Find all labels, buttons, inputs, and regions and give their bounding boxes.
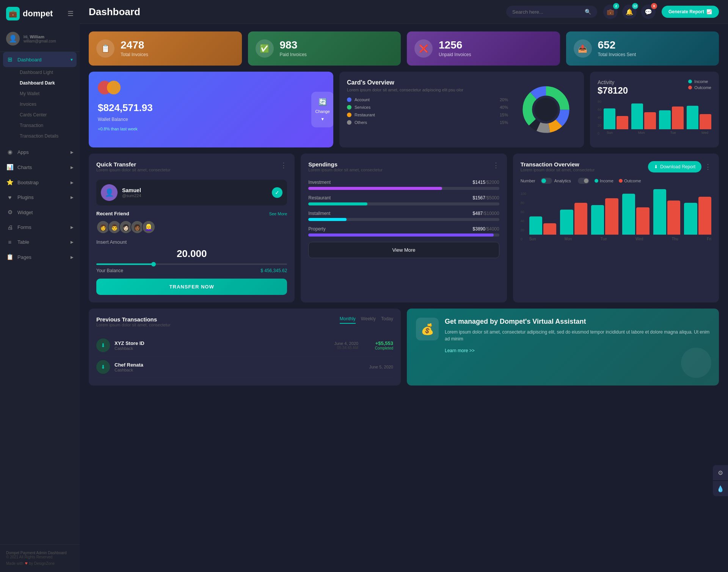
- total-sent-info: 652 Total Invoices Sent: [598, 40, 636, 57]
- legend-restaurant: Restaurant 15%: [347, 113, 508, 117]
- outcome-legend: Outcome: [688, 85, 711, 90]
- widget-icon: ⚙: [6, 209, 14, 216]
- analytics-toggle-2[interactable]: [578, 178, 589, 184]
- tab-today[interactable]: Today: [381, 316, 393, 324]
- sidebar: 💼 dompet ☰ 👤 Hi, William william@gmail.c…: [0, 0, 80, 572]
- search-input[interactable]: [512, 9, 582, 15]
- wallet-logo: [98, 81, 324, 94]
- insert-amount-label: Insert Amount: [96, 239, 287, 245]
- bar-group-mon: [631, 103, 656, 129]
- amount-slider[interactable]: [96, 263, 287, 265]
- transfer-user-name: Samuel: [122, 187, 141, 193]
- tx-bars: [529, 189, 711, 235]
- gear-icon: ⚙: [718, 469, 723, 476]
- sidebar-item-pages[interactable]: 📋 Pages ▶: [0, 249, 80, 265]
- see-more-link[interactable]: See More: [269, 212, 287, 216]
- settings-side-button[interactable]: ⚙: [713, 465, 728, 480]
- user-info: Hi, William william@gmail.com: [24, 34, 56, 43]
- tab-weekly[interactable]: Weekly: [361, 316, 376, 324]
- chart-icon: 📈: [706, 9, 712, 14]
- submenu-item-cards[interactable]: Cards Center: [14, 110, 80, 120]
- sidebar-item-widget[interactable]: ⚙ Widget: [0, 205, 80, 220]
- theme-side-button[interactable]: 💧: [713, 481, 728, 496]
- tx-legend: Number Analytics Income: [521, 178, 711, 184]
- sidebar-item-table[interactable]: ≡ Table ▶: [0, 235, 80, 249]
- transfer-now-button[interactable]: TRANSFER NOW: [96, 279, 287, 295]
- tx-bar-tue: [591, 198, 618, 235]
- submenu-item-dark[interactable]: Dashboard Dark: [14, 78, 80, 88]
- activity-card: Activity $78120 Income Outcome: [590, 72, 719, 147]
- tx-bar-fri: [684, 197, 711, 235]
- table-row: ⬇ Chef Renata Cashback June 5, 2020: [96, 356, 393, 378]
- y-axis: 0 20 40 60 80: [598, 99, 601, 135]
- sidebar-item-bootstrap[interactable]: ⭐ Bootstrap ▶: [0, 175, 80, 190]
- activity-amount: $78120: [598, 85, 628, 96]
- unpaid-invoices-number: 1256: [439, 40, 471, 50]
- table-row: ⬇ XYZ Store ID Cashback June 4, 2020 05:…: [96, 335, 393, 356]
- sidebar-item-label: Dashboard: [17, 57, 42, 63]
- va-title: Get managed by Dompet's Virtual Assistan…: [445, 318, 710, 326]
- learn-more-link[interactable]: Learn more >>: [445, 348, 475, 353]
- tx-item-date: June 4, 2020: [334, 341, 358, 346]
- quick-transfer-title: Quick Transfer: [96, 161, 171, 168]
- sidebar-item-dashboard[interactable]: ⊞ Dashboard ▼: [3, 52, 77, 67]
- tx-item-name: XYZ Store ID: [115, 340, 329, 346]
- tx-item-name-2: Chef Renata: [115, 362, 364, 368]
- activity-header: Activity $78120 Income Outcome: [598, 79, 711, 96]
- tue-income-tx: [591, 205, 604, 235]
- mastercard-right-icon: [107, 81, 121, 94]
- view-more-button[interactable]: View More: [308, 242, 499, 258]
- message-button[interactable]: 💬 8: [641, 5, 656, 19]
- income-dot: [688, 80, 692, 83]
- toggle-switch[interactable]: [541, 178, 552, 184]
- sidebar-item-forms[interactable]: 🖨 Forms ▶: [0, 220, 80, 235]
- tx-desc: Lorem ipsum dolor sit amet, consectetur: [521, 168, 595, 172]
- sidebar-item-apps[interactable]: ◉ Apps ▶: [0, 144, 80, 160]
- bar-group-wed: [687, 106, 711, 129]
- chevron-right-icon: ▶: [71, 150, 74, 154]
- side-buttons: ⚙ 💧: [713, 465, 728, 496]
- spendings-more-icon[interactable]: ⋮: [493, 161, 499, 169]
- balance-value: $ 456,345.62: [260, 268, 287, 273]
- tx-tabs: Monthly Weekly Today: [340, 316, 393, 324]
- download-report-button[interactable]: ⬇ Download Report: [648, 161, 701, 172]
- sidebar-item-plugins[interactable]: ♥ Plugins ▶: [0, 190, 80, 205]
- mon-income-tx: [560, 210, 573, 235]
- more-options-icon[interactable]: ⋮: [280, 161, 287, 169]
- paid-invoices-number: 983: [280, 40, 307, 50]
- bell-button[interactable]: 🔔 12: [622, 5, 637, 19]
- footer-brand: Dompet Payment Admin Dashboard: [6, 551, 74, 555]
- submenu-item-wallet[interactable]: My Wallet: [14, 88, 80, 99]
- hamburger-icon[interactable]: ☰: [67, 9, 74, 18]
- submenu-item-light[interactable]: Dashboard Light: [14, 67, 80, 78]
- generate-report-button[interactable]: Generate Report 📈: [662, 6, 719, 18]
- legend-others: Others 15%: [347, 120, 508, 125]
- submenu-item-transaction[interactable]: Transaction: [14, 120, 80, 131]
- slider-bar: [96, 263, 287, 265]
- unpaid-invoices-icon: ❌: [414, 39, 433, 58]
- tx-bar-sun: [529, 216, 557, 235]
- sidebar-item-charts[interactable]: 📊 Charts ▶: [0, 160, 80, 175]
- tab-monthly[interactable]: Monthly: [340, 316, 356, 324]
- balance-label: Your Balance: [96, 268, 123, 273]
- change-button[interactable]: 🔄 Change ▼: [311, 92, 333, 127]
- briefcase-button[interactable]: 💼 2: [603, 5, 618, 19]
- submenu-item-invoices[interactable]: Invoices: [14, 99, 80, 110]
- spending-installment-header: Installment $487/$10000: [308, 211, 499, 216]
- outcome-dot: [688, 86, 692, 89]
- sun-income-bar: [604, 108, 615, 129]
- sun-outcome-bar: [617, 116, 628, 129]
- charts-icon: 📊: [6, 164, 14, 171]
- outcome-dot-tx: [619, 179, 623, 183]
- tue-outcome-bar: [672, 107, 684, 129]
- friend-avatar-5[interactable]: 👱‍♀️: [142, 220, 155, 234]
- search-icon[interactable]: 🔍: [585, 9, 591, 15]
- tx-item-date-2: June 5, 2020: [369, 365, 393, 369]
- chevron-right-icon: ▶: [71, 255, 74, 259]
- topbar: Dashboard 🔍 💼 2 🔔 12 💬 8 Generate Report…: [80, 0, 728, 24]
- tx-more-icon[interactable]: ⋮: [704, 163, 711, 171]
- submenu-item-transaction-details[interactable]: Transaction Details: [14, 131, 80, 141]
- prev-tx-title-area: Previous Transactions Lorem ipsum dolor …: [96, 316, 171, 332]
- dashboard-icon: ⊞: [6, 56, 14, 63]
- analytics-toggle[interactable]: Analytics: [541, 178, 571, 184]
